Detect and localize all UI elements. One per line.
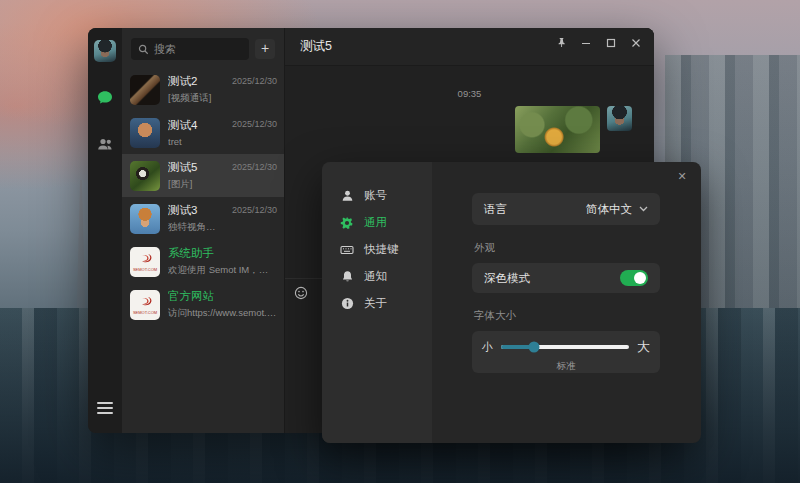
- settings-tab-label: 通用: [364, 215, 387, 230]
- maximize-icon: [606, 38, 616, 48]
- appearance-section-label: 外观: [474, 241, 660, 255]
- minimize-button[interactable]: [578, 35, 594, 51]
- chat-rows: 测试2 [视频通话] 2025/12/30 测试4 tret 2025/12/3…: [122, 68, 284, 433]
- message-row: [285, 106, 654, 153]
- settings-tab-general[interactable]: 通用: [322, 209, 432, 236]
- settings-tab-notifications[interactable]: 通知: [322, 263, 432, 290]
- slider-thumb[interactable]: [529, 342, 540, 353]
- chat-list-item-selected[interactable]: 测试5 [图片] 2025/12/30: [122, 154, 284, 197]
- semot-logo-avatar: SEMOT.COM: [130, 290, 160, 320]
- font-small-label: 小: [482, 340, 493, 355]
- menu-button[interactable]: [97, 399, 113, 417]
- conversation-title: 测试5: [300, 38, 332, 55]
- add-chat-button[interactable]: +: [255, 39, 275, 59]
- toggle-knob: [634, 272, 646, 284]
- chat-list-panel: + 测试2 [视频通话] 2025/12/30 测试4 tret 2025/12…: [122, 28, 285, 433]
- gear-icon: [340, 216, 354, 230]
- settings-menu: 账号 通用 快捷键 通知 关于: [322, 162, 432, 443]
- chat-time: 2025/12/30: [232, 162, 277, 172]
- bell-icon: [341, 270, 354, 283]
- chat-bubble-icon: [96, 89, 114, 107]
- language-value: 简体中文: [586, 202, 632, 217]
- chat-name: 测试2: [168, 74, 224, 89]
- search-icon: [138, 44, 149, 55]
- chat-avatar: [130, 161, 160, 191]
- window-controls: [553, 35, 644, 51]
- chat-last-message: [视频通话]: [168, 92, 224, 105]
- chat-last-message: 访问https://www.semot.com: [168, 307, 277, 320]
- user-avatar[interactable]: [94, 40, 116, 62]
- font-size-section-label: 字体大小: [474, 309, 660, 323]
- emoji-icon[interactable]: [294, 286, 308, 300]
- settings-tab-label: 通知: [364, 269, 387, 284]
- minimize-icon: [581, 38, 591, 48]
- chat-list-item[interactable]: 测试2 [视频通话] 2025/12/30: [122, 68, 284, 111]
- chat-avatar: [130, 75, 160, 105]
- search-box[interactable]: [131, 38, 249, 60]
- semot-logo-avatar: SEMOT.COM: [130, 247, 160, 277]
- language-label: 语言: [484, 202, 507, 217]
- user-icon: [341, 189, 354, 202]
- chat-name: 官方网站: [168, 289, 277, 304]
- settings-tab-label: 账号: [364, 188, 387, 203]
- keyboard-icon: [340, 243, 354, 257]
- chat-list-item[interactable]: 测试4 tret 2025/12/30: [122, 111, 284, 154]
- conversation-titlebar: 测试5: [285, 28, 654, 66]
- sent-image-message[interactable]: [515, 106, 600, 153]
- chats-nav-button[interactable]: [95, 88, 115, 108]
- chevron-down-icon: [639, 206, 648, 212]
- chat-time: 2025/12/30: [232, 76, 277, 86]
- chat-time: 2025/12/30: [232, 205, 277, 215]
- settings-dialog: 账号 通用 快捷键 通知 关于 ✕ 语言 简体中文 外观: [322, 162, 701, 443]
- chat-last-message: [图片]: [168, 178, 224, 191]
- settings-tab-label: 快捷键: [364, 242, 399, 257]
- semot-logo-text: SEMOT.COM: [133, 267, 157, 272]
- dark-mode-toggle[interactable]: [620, 270, 648, 286]
- nav-sidebar: [88, 28, 122, 433]
- hamburger-icon: [97, 402, 113, 404]
- chat-list-item[interactable]: 测试3 独特视角，去解读和探讨 2025/12/30: [122, 197, 284, 240]
- chat-time: 2025/12/30: [232, 119, 277, 129]
- chat-name: 系统助手: [168, 246, 277, 261]
- language-select[interactable]: 简体中文: [586, 202, 648, 217]
- info-icon: [341, 297, 354, 310]
- font-size-caption: 标准: [482, 360, 650, 373]
- settings-tab-label: 关于: [364, 296, 387, 311]
- semot-logo-text: SEMOT.COM: [133, 310, 157, 315]
- semot-logo-icon: [137, 295, 153, 309]
- message-timestamp: 09:35: [285, 66, 654, 99]
- chat-avatar: [130, 204, 160, 234]
- font-size-setting-row: 小 大 标准: [472, 331, 660, 373]
- maximize-button[interactable]: [603, 35, 619, 51]
- chat-name: 测试5: [168, 160, 224, 175]
- contacts-nav-button[interactable]: [95, 134, 115, 154]
- semot-logo-icon: [137, 252, 153, 266]
- settings-content: ✕ 语言 简体中文 外观 深色模式 字体大小 小 大 标准: [432, 162, 701, 443]
- dialog-close-button[interactable]: ✕: [674, 168, 690, 184]
- contacts-icon: [96, 135, 114, 153]
- chat-last-message: 独特视角，去解读和探讨: [168, 221, 224, 234]
- sender-avatar[interactable]: [607, 106, 632, 131]
- settings-tab-about[interactable]: 关于: [322, 290, 432, 317]
- close-icon: [631, 38, 641, 48]
- chat-list-item[interactable]: SEMOT.COM 官方网站 访问https://www.semot.com: [122, 283, 284, 326]
- pin-icon: [556, 37, 567, 48]
- chat-last-message: 欢迎使用 Semot IM，开始聊...: [168, 264, 277, 277]
- settings-tab-shortcuts[interactable]: 快捷键: [322, 236, 432, 263]
- settings-tab-account[interactable]: 账号: [322, 182, 432, 209]
- chat-list-item[interactable]: SEMOT.COM 系统助手 欢迎使用 Semot IM，开始聊...: [122, 240, 284, 283]
- font-large-label: 大: [637, 338, 650, 356]
- close-button[interactable]: [628, 35, 644, 51]
- chat-last-message: tret: [168, 136, 224, 147]
- search-input[interactable]: [154, 43, 234, 55]
- search-row: +: [122, 28, 284, 68]
- language-setting-row: 语言 简体中文: [472, 193, 660, 225]
- pin-button[interactable]: [553, 35, 569, 51]
- dark-mode-label: 深色模式: [484, 271, 530, 286]
- dark-mode-setting-row: 深色模式: [472, 263, 660, 293]
- chat-avatar: [130, 118, 160, 148]
- font-size-slider[interactable]: [501, 345, 629, 349]
- chat-name: 测试4: [168, 118, 224, 133]
- chat-name: 测试3: [168, 203, 224, 218]
